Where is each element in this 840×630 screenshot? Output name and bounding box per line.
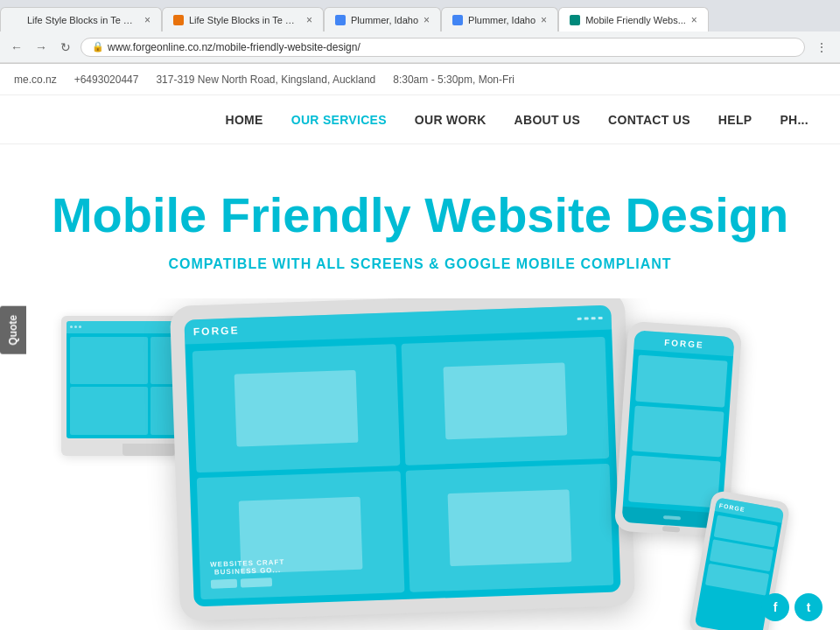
tablet-logo: FORGE [193, 324, 240, 338]
tab-close-3[interactable]: × [424, 14, 430, 26]
nav-home[interactable]: HOME [211, 106, 276, 134]
refresh-button[interactable]: ↻ [56, 38, 75, 57]
tab-close-2[interactable]: × [306, 14, 312, 26]
phone-block-1 [635, 354, 727, 407]
phone-home-button [662, 526, 680, 532]
main-navigation: HOME OUR SERVICES OUR WORK ABOUT US CONT… [0, 95, 840, 144]
address-bar: ← → ↻ 🔒 www.forgeonline.co.nz/mobile-fri… [0, 32, 840, 63]
phone-logo: FORGE [664, 337, 704, 349]
nav-our-work[interactable]: OUR WORK [401, 106, 500, 134]
nav-our-services[interactable]: OUR SERVICES [277, 106, 401, 134]
tab-favicon-1 [11, 15, 22, 25]
tablet-block-2 [402, 336, 610, 465]
phone-footer-bar [663, 515, 681, 520]
tablet-screen: FORGE WEBSITES CRAFT BUSIN [184, 304, 620, 606]
more-actions-button[interactable]: ⋮ [810, 36, 833, 59]
tablet-nav-dot-4 [598, 316, 603, 318]
social-bar: f t [761, 593, 822, 621]
laptop-dot-1 [70, 326, 73, 328]
contact-address: 317-319 New North Road, Kingsland, Auckl… [156, 74, 375, 86]
tab-bar: Life Style Blocks in Te Kauwh... × Life … [0, 0, 840, 32]
back-button[interactable]: ← [7, 38, 26, 57]
contact-hours: 8:30am - 5:30pm, Mon-Fri [393, 74, 514, 86]
tablet-nav [578, 316, 603, 319]
mini-phone-logo: FORGE [718, 501, 746, 512]
phone-body [623, 349, 733, 514]
tablet-nav-dot-1 [578, 317, 582, 319]
tab-5[interactable]: Mobile Friendly Webs... × [558, 7, 709, 32]
tablet-device: FORGE WEBSITES CRAFT BUSIN [170, 298, 635, 621]
tab-label-5: Mobile Friendly Webs... [585, 15, 686, 25]
laptop-block-3 [70, 387, 148, 435]
nav-about-us[interactable]: ABOUT US [500, 106, 595, 134]
tablet-nav-dot-3 [592, 316, 596, 318]
tab-favicon-4 [452, 15, 463, 25]
url-bar[interactable]: 🔒 www.forgeonline.co.nz/mobile-friendly-… [80, 38, 805, 57]
tab-1[interactable]: Life Style Blocks in Te Kauwh... × [0, 7, 162, 32]
nav-help[interactable]: HELP [704, 106, 766, 134]
phone-block-2 [632, 405, 724, 458]
tab-2[interactable]: Life Style Blocks in Te Kauwh... × [162, 7, 324, 32]
tab-label-4: Plummer, Idaho [468, 15, 536, 25]
hero-subtitle: COMPATIBLE WITH ALL SCREENS & GOOGLE MOB… [18, 256, 822, 272]
forward-button[interactable]: → [32, 38, 51, 57]
tab-label-1: Life Style Blocks in Te Kauwh... [27, 15, 139, 25]
tab-favicon-5 [570, 15, 580, 25]
nav-contact-us[interactable]: CONTACT US [594, 106, 704, 134]
tab-close-5[interactable]: × [691, 14, 697, 26]
facebook-icon[interactable]: f [761, 593, 789, 621]
contact-domain: me.co.nz [14, 74, 57, 86]
laptop-stand [122, 444, 175, 456]
tab-4[interactable]: Plummer, Idaho × [441, 7, 558, 32]
tablet-btn-2[interactable] [241, 578, 272, 587]
contact-phone: +6493020447 [74, 74, 139, 86]
laptop-block-1 [70, 337, 148, 385]
tablet-btn-1[interactable] [211, 578, 237, 588]
nav-phone[interactable]: PH... [766, 106, 822, 134]
tab-close-4[interactable]: × [541, 14, 547, 26]
tab-3[interactable]: Plummer, Idaho × [324, 7, 441, 32]
mini-phone-body [701, 511, 781, 599]
tab-label-3: Plummer, Idaho [351, 15, 418, 25]
hero-section: Mobile Friendly Website Design COMPATIBL… [0, 144, 840, 630]
tab-label-2: Life Style Blocks in Te Kauwh... [189, 15, 301, 25]
contact-bar: me.co.nz +6493020447 317-319 New North R… [0, 64, 840, 95]
device-mockup-container: FORGE WEBSITES CRAFT BUSIN [18, 298, 822, 630]
tablet-block-4 [406, 463, 614, 592]
nav-links: HOME OUR SERVICES OUR WORK ABOUT US CONT… [211, 106, 822, 134]
phone-block-3 [628, 455, 720, 508]
tab-close-1[interactable]: × [144, 14, 150, 26]
twitter-icon[interactable]: t [794, 593, 822, 621]
secure-icon: 🔒 [92, 41, 104, 52]
laptop-dot-2 [74, 326, 77, 328]
url-text: www.forgeonline.co.nz/mobile-friendly-we… [108, 41, 360, 53]
tab-favicon-3 [335, 15, 346, 25]
tab-favicon-2 [173, 15, 184, 25]
quote-button[interactable]: Quote [0, 306, 26, 354]
tablet-nav-dot-2 [584, 317, 589, 319]
browser-chrome: Life Style Blocks in Te Kauwh... × Life … [0, 0, 840, 64]
tablet-text-overlay: WEBSITES CRAFT BUSINESS GO... [210, 557, 285, 588]
tablet-block-1 [192, 344, 401, 472]
hero-title: Mobile Friendly Website Design [18, 188, 822, 242]
laptop-dot-3 [79, 326, 81, 328]
